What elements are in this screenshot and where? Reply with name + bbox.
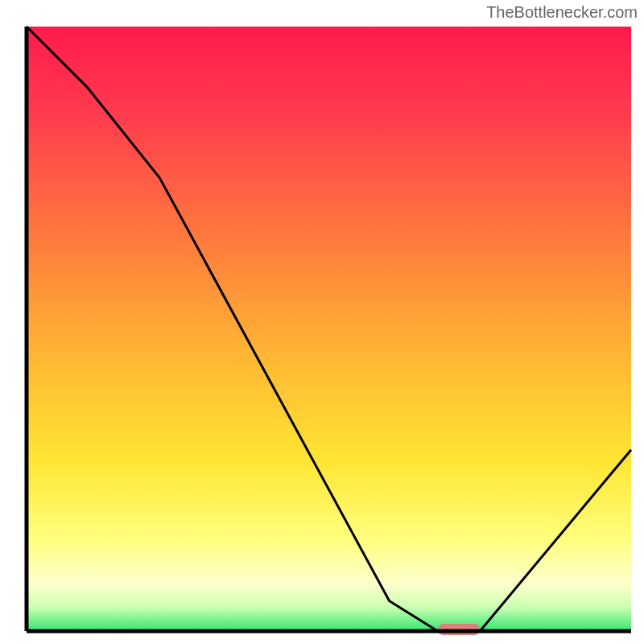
chart-background xyxy=(27,27,631,631)
watermark-text: TheBottlenecker.com xyxy=(486,3,638,22)
chart-container: TheBottlenecker.com xyxy=(0,0,644,644)
chart-svg xyxy=(0,0,644,644)
